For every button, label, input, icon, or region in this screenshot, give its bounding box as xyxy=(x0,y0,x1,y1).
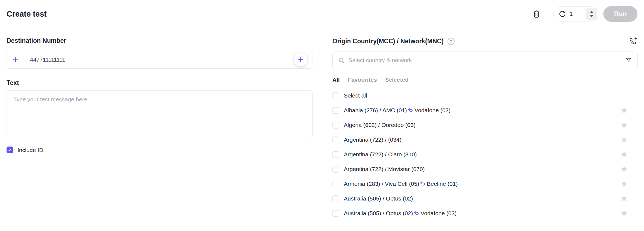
phone-plus-icon xyxy=(629,37,638,45)
run-button[interactable]: Run xyxy=(603,6,637,22)
tab-all[interactable]: All xyxy=(332,77,340,83)
favourite-star-icon[interactable] xyxy=(620,195,628,202)
plus-circle-icon xyxy=(297,57,304,63)
network-row-label: Argentina (722) / Movistar (070) xyxy=(344,166,425,172)
fallback-arrow-icon xyxy=(419,180,426,187)
network-row-checkbox[interactable] xyxy=(332,195,339,202)
network-row-label: Australia (505) / Optus (02) xyxy=(344,210,413,217)
network-row-checkbox[interactable] xyxy=(332,107,339,114)
network-row-fallback-label: Vodafone (03) xyxy=(421,210,457,217)
network-row-fallback-label: Beeline (01) xyxy=(427,181,458,187)
destination-number-label: Destination Number xyxy=(7,37,312,44)
text-label: Text xyxy=(7,79,312,87)
favourite-star-icon[interactable] xyxy=(620,121,628,129)
network-row[interactable]: Albania (276) / AMC (01) Vodafone (02) xyxy=(332,103,638,118)
network-row[interactable]: Argentina (722) / (034) xyxy=(332,132,638,147)
network-row[interactable]: Australia (505) / Optus (02) Vodafone (0… xyxy=(332,206,638,221)
stepper-down-icon[interactable] xyxy=(590,15,594,17)
origin-network-panel: Origin Country(MCC) / Network(MNC) ? xyxy=(322,28,644,231)
origin-panel-header: Origin Country(MCC) / Network(MNC) ? xyxy=(332,37,638,45)
network-row-label: Argentina (722) / Claro (310) xyxy=(344,151,417,158)
network-row-label: Albania (276) / AMC (01) xyxy=(344,107,407,114)
favourite-star-icon[interactable] xyxy=(620,136,628,144)
page-title: Create test xyxy=(7,10,47,19)
fallback-arrow-icon xyxy=(407,107,414,113)
filter-funnel-icon xyxy=(625,57,632,64)
include-id-label: Include ID xyxy=(17,147,43,153)
delete-test-button[interactable] xyxy=(532,10,541,18)
network-row-label: Australia (505) / Optus (02) xyxy=(344,195,413,202)
favourite-star-icon[interactable] xyxy=(620,180,628,188)
header-actions: 1 Run xyxy=(532,6,637,22)
select-all-checkbox[interactable] xyxy=(332,92,339,99)
network-row-checkbox[interactable] xyxy=(332,210,339,217)
test-setup-panel: Destination Number Text xyxy=(0,28,322,231)
destination-number-group xyxy=(7,51,312,69)
network-row-checkbox[interactable] xyxy=(332,181,339,187)
favourite-star-icon[interactable] xyxy=(620,209,628,217)
add-phone-button[interactable] xyxy=(629,37,638,45)
favourite-star-icon[interactable] xyxy=(620,151,628,158)
network-row[interactable]: Armenia (283) / Viva Cell (05) Beeline (… xyxy=(332,177,638,191)
include-id-row[interactable]: Include ID xyxy=(7,147,312,153)
network-tabs: All Favourites Selected xyxy=(332,77,638,83)
repeat-count-stepper[interactable] xyxy=(586,8,597,20)
fallback-arrow-icon xyxy=(413,209,420,216)
tab-favourites[interactable]: Favourites xyxy=(348,77,377,83)
network-row[interactable]: Australia (505) / Optus (02) xyxy=(332,191,638,206)
network-search-box xyxy=(332,51,638,69)
network-row-checkbox[interactable] xyxy=(332,122,339,129)
favourite-star-icon[interactable] xyxy=(620,165,628,173)
network-row-fallback-label: Vodafone (02) xyxy=(415,107,451,114)
message-textarea[interactable] xyxy=(7,90,313,138)
search-icon xyxy=(338,57,345,63)
repeat-count-control[interactable]: 1 xyxy=(553,6,599,22)
tab-selected[interactable]: Selected xyxy=(385,77,409,83)
network-row-checkbox[interactable] xyxy=(332,166,339,173)
network-row[interactable]: Argentina (722) / Movistar (070) xyxy=(332,162,638,177)
add-destination-button[interactable] xyxy=(7,51,24,68)
network-list: Select all Albania (276) / AMC (01) Voda… xyxy=(332,88,638,221)
network-row-checkbox[interactable] xyxy=(332,151,339,158)
question-circle-icon[interactable]: ? xyxy=(448,38,455,45)
network-row-label: Armenia (283) / Viva Cell (05) xyxy=(344,181,419,187)
origin-title: Origin Country(MCC) / Network(MNC) xyxy=(332,38,444,45)
destination-number-input[interactable] xyxy=(24,51,312,68)
rotate-cw-icon xyxy=(559,10,566,17)
checkmark-icon xyxy=(8,148,12,152)
header: Create test 1 xyxy=(0,0,644,28)
network-row-label: Algeria (603) / Ooredoo (03) xyxy=(344,122,416,128)
select-all-label: Select all xyxy=(344,92,367,99)
main-content: Destination Number Text xyxy=(0,28,644,231)
filter-button[interactable] xyxy=(625,57,632,64)
stepper-up-icon[interactable] xyxy=(590,11,594,13)
favourite-star-icon[interactable] xyxy=(620,107,628,114)
network-search-input[interactable] xyxy=(348,57,625,63)
network-row-label: Argentina (722) / (034) xyxy=(344,136,401,143)
select-all-row[interactable]: Select all xyxy=(332,88,638,103)
network-row-checkbox[interactable] xyxy=(332,136,339,143)
repeat-count-value[interactable]: 1 xyxy=(570,11,573,17)
trash-icon xyxy=(532,10,541,18)
network-row[interactable]: Argentina (722) / Claro (310) xyxy=(332,147,638,162)
network-row[interactable]: Algeria (603) / Ooredoo (03) xyxy=(332,118,638,132)
include-id-checkbox[interactable] xyxy=(7,147,13,153)
add-destination-row-button[interactable] xyxy=(294,53,307,66)
plus-icon xyxy=(12,56,19,63)
